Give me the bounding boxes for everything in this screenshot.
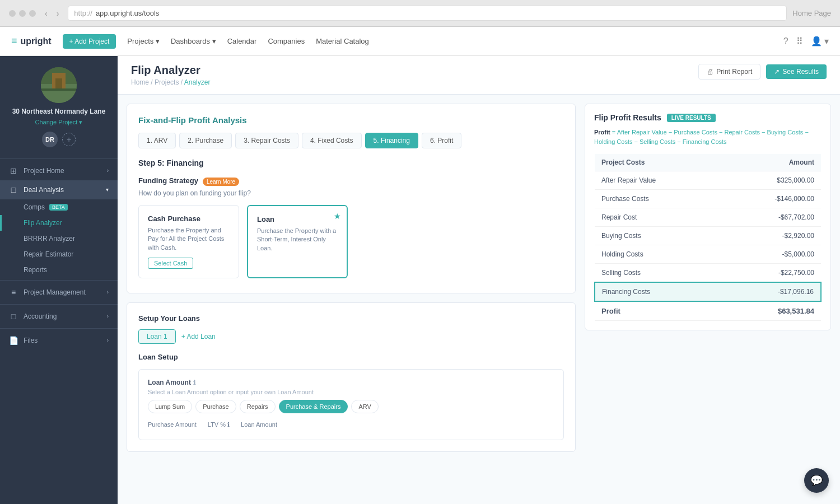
select-cash-button[interactable]: Select Cash (148, 258, 193, 269)
add-loan-button[interactable]: + Add Loan (181, 333, 216, 340)
step-3-btn[interactable]: 3. Repair Costs (235, 133, 298, 148)
browser-dots (9, 10, 36, 17)
sidebar-item-project-management[interactable]: ≡ Project Management › (0, 283, 118, 302)
nav-item-dashboards[interactable]: Dashboards ▾ (171, 37, 216, 45)
row-selling-label: Selling Costs (595, 264, 722, 283)
loan-amount-col: Loan Amount (241, 421, 277, 431)
sidebar-label-project-home: Project Home (24, 167, 101, 175)
table-row: Selling Costs -$22,750.00 (595, 264, 821, 283)
step-1-btn[interactable]: 1. ARV (138, 133, 176, 148)
project-avatar (41, 67, 77, 103)
sidebar-item-accounting[interactable]: □ Accounting › (0, 307, 118, 326)
add-project-button[interactable]: + Add Project (63, 34, 116, 49)
breadcrumb-home[interactable]: Home (131, 78, 149, 86)
files-icon: 📄 (9, 336, 18, 345)
lump-sum-option[interactable]: Lump Sum (148, 400, 192, 413)
brrrr-label: BRRRR Analyzer (24, 235, 75, 242)
step-5-btn[interactable]: 5. Financing (365, 133, 418, 148)
sidebar-item-deal-analysis[interactable]: □ Deal Analysis ▾ (0, 180, 118, 199)
loan-card-title: Loan (257, 215, 338, 223)
sidebar-label-deal-analysis: Deal Analysis (24, 186, 100, 194)
sidebar-subitem-brrrr-analyzer[interactable]: BRRRR Analyzer (0, 231, 118, 246)
table-row: Buying Costs -$2,920.00 (595, 227, 821, 245)
user-avatar: DR (42, 132, 58, 147)
steps-card: Fix-and-Flip Profit Analysis 1. ARV 2. P… (127, 104, 576, 293)
row-holding-value: -$5,000.00 (722, 245, 821, 264)
loan-amount-options: Lump Sum Purchase Repairs Purchase & Rep… (148, 400, 554, 413)
sidebar-item-project-home[interactable]: ⊞ Project Home › (0, 161, 118, 180)
ltv-label: LTV % ℹ (208, 421, 230, 428)
star-icon: ★ (334, 212, 341, 221)
purchase-amount-label: Purchase Amount (148, 421, 197, 428)
row-arv-value: $325,000.00 (722, 171, 821, 190)
user-icon[interactable]: 👤 ▾ (811, 36, 829, 46)
step-4-btn[interactable]: 4. Fixed Costs (302, 133, 362, 148)
row-buying-label: Buying Costs (595, 227, 722, 245)
loan-form: Loan Amount ℹ Select a Loan Amount optio… (138, 369, 564, 440)
purchase-option[interactable]: Purchase (195, 400, 236, 413)
table-row-financing: Financing Costs -$17,096.16 (595, 282, 821, 301)
page-title: Flip Analyzer (131, 64, 210, 77)
table-row: Purchase Costs -$146,000.00 (595, 190, 821, 208)
chat-bubble-button[interactable]: 💬 (804, 468, 829, 493)
add-user-button[interactable]: + (62, 133, 76, 146)
page-title-section: Flip Analyzer Home / Projects / Analyzer (131, 64, 210, 86)
learn-more-badge[interactable]: Learn More (203, 178, 239, 186)
nav-item-calendar[interactable]: Calendar (227, 37, 257, 45)
breadcrumb-current: Analyzer (184, 78, 211, 86)
ltv-info-icon: ℹ (227, 421, 230, 428)
funding-subtitle: How do you plan on funding your flip? (138, 189, 564, 197)
url-text: app.upright.us/tools (96, 9, 159, 17)
change-project-btn[interactable]: Change Project ▾ (11, 119, 106, 126)
funding-card-loan[interactable]: ★ Loan Purchase the Property with a Shor… (247, 205, 348, 278)
nav-item-material-catalog[interactable]: Material Catalog (316, 37, 369, 45)
files-arrow-icon: › (107, 337, 109, 343)
sidebar-divider (0, 280, 118, 281)
sidebar-subitem-reports[interactable]: Reports (0, 262, 118, 278)
nav-item-projects[interactable]: Projects ▾ (127, 37, 160, 45)
avatar-row: DR + (11, 132, 106, 147)
arv-option[interactable]: ARV (351, 400, 378, 413)
sidebar-divider-3 (0, 328, 118, 329)
col-amount: Amount (722, 154, 821, 171)
main-content: Flip Analyzer Home / Projects / Analyzer… (118, 56, 840, 504)
url-prefix: http:// (74, 9, 92, 17)
see-results-button[interactable]: ↗ See Results (766, 64, 827, 79)
sidebar-subitem-flip-analyzer[interactable]: Flip Analyzer (0, 215, 118, 231)
browser-nav: ‹ › (41, 8, 62, 19)
sidebar-item-files[interactable]: 📄 Files › (0, 331, 118, 350)
loan-table-header: Purchase Amount LTV % ℹ Loan Amount (148, 421, 554, 431)
step-6-btn[interactable]: 6. Profit (422, 133, 461, 148)
step-2-btn[interactable]: 2. Purchase (179, 133, 232, 148)
browser-url-bar[interactable]: http:// app.upright.us/tools (68, 6, 787, 21)
funding-options: Cash Purchase Purchase the Property and … (138, 205, 564, 278)
help-icon[interactable]: ? (783, 36, 788, 46)
flip-analyzer-label: Flip Analyzer (24, 219, 62, 227)
results-header: Flip Profit Results LIVE RESULTS (594, 113, 822, 122)
results-table: Project Costs Amount After Repair Value … (594, 154, 822, 321)
print-report-button[interactable]: 🖨 Print Report (698, 64, 760, 80)
cash-card-title: Cash Purchase (148, 214, 230, 223)
loans-header: Loan 1 + Add Loan (138, 329, 564, 344)
steps-title: Fix-and-Flip Profit Analysis (138, 115, 564, 125)
browser-back-btn[interactable]: ‹ (41, 8, 51, 19)
browser-forward-btn[interactable]: › (53, 8, 63, 19)
breadcrumb-projects[interactable]: Projects (155, 78, 179, 86)
browser-home-label: Home Page (792, 9, 831, 17)
grid-icon[interactable]: ⠿ (796, 36, 803, 46)
sidebar-subitem-comps[interactable]: Comps BETA (0, 199, 118, 215)
sidebar-subitem-repair-estimator[interactable]: Repair Estimator (0, 246, 118, 262)
row-profit-value: $63,531.84 (722, 301, 821, 321)
repair-estimator-label: Repair Estimator (24, 250, 73, 258)
funding-card-cash[interactable]: Cash Purchase Purchase the Property and … (138, 205, 239, 278)
loan-amount-label: Loan Amount ℹ (148, 379, 554, 386)
cash-card-desc: Purchase the Property and Pay for All th… (148, 226, 230, 252)
page-header: Flip Analyzer Home / Projects / Analyzer… (118, 56, 840, 95)
loan-1-tab[interactable]: Loan 1 (138, 329, 176, 344)
external-link-icon: ↗ (774, 68, 780, 76)
table-row: After Repair Value $325,000.00 (595, 171, 821, 190)
purchase-repairs-option[interactable]: Purchase & Repairs (279, 400, 348, 413)
nav-item-companies[interactable]: Companies (268, 37, 305, 45)
repairs-option[interactable]: Repairs (240, 400, 276, 413)
breadcrumb: Home / Projects / Analyzer (131, 78, 210, 86)
